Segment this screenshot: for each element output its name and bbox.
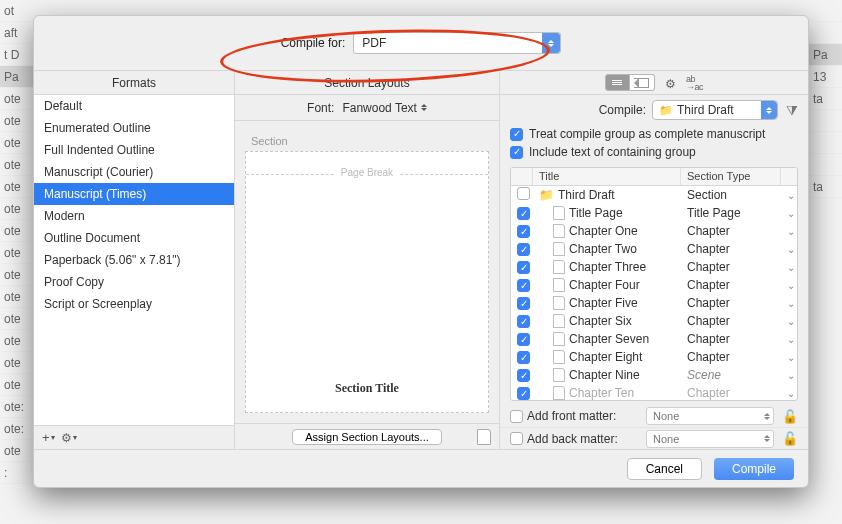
table-row[interactable]: Chapter FourChapter⌄ <box>511 276 797 294</box>
format-item[interactable]: Outline Document <box>34 227 234 249</box>
view-mode-segment <box>605 74 655 91</box>
chevron-down-icon[interactable]: ⌄ <box>787 388 795 399</box>
back-matter-checkbox[interactable] <box>510 432 523 445</box>
document-icon <box>553 332 565 346</box>
include-checkbox[interactable] <box>517 333 530 346</box>
col-type[interactable]: Section Type <box>681 168 781 185</box>
gear-icon <box>665 75 676 91</box>
settings-button[interactable] <box>665 75 676 91</box>
unlock-icon[interactable]: 🔓 <box>782 431 798 446</box>
section-layouts-column: Section Layouts Font: Fanwood Text Secti… <box>235 71 500 449</box>
row-type[interactable]: Chapter <box>681 260 781 274</box>
compile-target-row: Compile: 📁 Third Draft ⧩ <box>500 95 808 125</box>
row-title: Title Page <box>569 206 623 220</box>
row-type[interactable]: Chapter <box>681 278 781 292</box>
chevron-down-icon[interactable]: ⌄ <box>787 352 795 363</box>
table-body[interactable]: 📁Third DraftSection⌄Title PageTitle Page… <box>511 186 797 400</box>
page-options-icon[interactable] <box>477 429 491 445</box>
table-row[interactable]: Chapter EightChapter⌄ <box>511 348 797 366</box>
document-icon <box>553 368 565 382</box>
row-title: Chapter Five <box>569 296 638 310</box>
col-title[interactable]: Title <box>533 168 681 185</box>
formats-column: Formats DefaultEnumerated OutlineFull In… <box>34 71 235 449</box>
chevron-down-icon[interactable]: ⌄ <box>787 316 795 327</box>
front-matter-select[interactable]: None <box>646 407 774 425</box>
row-type[interactable]: Chapter <box>681 314 781 328</box>
compile-target-select[interactable]: 📁 Third Draft <box>652 100 778 120</box>
chevron-down-icon[interactable]: ⌄ <box>787 226 795 237</box>
format-item[interactable]: Manuscript (Times) <box>34 183 234 205</box>
include-checkbox[interactable] <box>517 315 530 328</box>
row-type[interactable]: Chapter <box>681 242 781 256</box>
cancel-button[interactable]: Cancel <box>627 458 702 480</box>
include-checkbox[interactable] <box>517 387 530 400</box>
row-type[interactable]: Title Page <box>681 206 781 220</box>
table-row[interactable]: Chapter OneChapter⌄ <box>511 222 797 240</box>
row-title: Chapter Ten <box>569 386 634 400</box>
view-list-button[interactable] <box>605 74 630 91</box>
compile-button[interactable]: Compile <box>714 458 794 480</box>
chevron-down-icon[interactable]: ⌄ <box>787 298 795 309</box>
document-icon <box>553 296 565 310</box>
columns: Formats DefaultEnumerated OutlineFull In… <box>34 70 808 449</box>
include-checkbox[interactable] <box>517 279 530 292</box>
include-text-checkbox[interactable] <box>510 146 523 159</box>
add-format-button[interactable]: +▾ <box>42 430 55 445</box>
table-row[interactable]: Chapter NineScene⌄ <box>511 366 797 384</box>
front-matter-checkbox[interactable] <box>510 410 523 423</box>
format-item[interactable]: Default <box>34 95 234 117</box>
format-item[interactable]: Script or Screenplay <box>34 293 234 315</box>
compile-for-select[interactable]: PDF <box>353 32 561 54</box>
gear-icon <box>61 430 72 445</box>
chevron-down-icon[interactable]: ⌄ <box>787 190 795 201</box>
filter-button[interactable]: ⧩ <box>786 102 798 119</box>
include-checkbox[interactable] <box>517 225 530 238</box>
format-item[interactable]: Proof Copy <box>34 271 234 293</box>
row-title: Chapter Seven <box>569 332 649 346</box>
table-row[interactable]: Chapter TenChapter⌄ <box>511 384 797 400</box>
row-title: Chapter Four <box>569 278 640 292</box>
chevron-down-icon[interactable]: ⌄ <box>787 370 795 381</box>
format-item[interactable]: Manuscript (Courier) <box>34 161 234 183</box>
chevron-down-icon[interactable]: ⌄ <box>787 334 795 345</box>
format-item[interactable]: Paperback (5.06" x 7.81") <box>34 249 234 271</box>
table-row[interactable]: Chapter ThreeChapter⌄ <box>511 258 797 276</box>
include-checkbox[interactable] <box>517 297 530 310</box>
page-preview[interactable]: Page Break Section Title <box>245 151 489 413</box>
include-checkbox[interactable] <box>517 207 530 220</box>
table-row[interactable]: Chapter TwoChapter⌄ <box>511 240 797 258</box>
format-item[interactable]: Enumerated Outline <box>34 117 234 139</box>
include-checkbox[interactable] <box>517 369 530 382</box>
include-checkbox[interactable] <box>517 351 530 364</box>
chevron-down-icon[interactable]: ⌄ <box>787 280 795 291</box>
row-type[interactable]: Chapter <box>681 332 781 346</box>
row-type[interactable]: Scene <box>681 368 781 382</box>
table-row[interactable]: Title PageTitle Page⌄ <box>511 204 797 222</box>
treat-group-checkbox[interactable] <box>510 128 523 141</box>
row-type[interactable]: Chapter <box>681 296 781 310</box>
format-options-button[interactable]: ▾ <box>61 430 77 445</box>
include-checkbox[interactable] <box>517 187 530 200</box>
table-row[interactable]: Chapter FiveChapter⌄ <box>511 294 797 312</box>
view-tags-button[interactable] <box>630 74 655 91</box>
assign-section-layouts-button[interactable]: Assign Section Layouts... <box>292 429 442 445</box>
replacements-button[interactable]: ab→ac <box>686 75 703 91</box>
formats-list[interactable]: DefaultEnumerated OutlineFull Indented O… <box>34 95 234 425</box>
row-type[interactable]: Chapter <box>681 224 781 238</box>
back-matter-select[interactable]: None <box>646 430 774 448</box>
format-item[interactable]: Modern <box>34 205 234 227</box>
font-select[interactable]: Fanwood Text <box>342 101 427 115</box>
include-checkbox[interactable] <box>517 243 530 256</box>
format-item[interactable]: Full Indented Outline <box>34 139 234 161</box>
include-checkbox[interactable] <box>517 261 530 274</box>
chevron-down-icon[interactable]: ⌄ <box>787 208 795 219</box>
chevron-down-icon[interactable]: ⌄ <box>787 262 795 273</box>
table-row[interactable]: Chapter SixChapter⌄ <box>511 312 797 330</box>
row-type[interactable]: Chapter <box>681 386 781 400</box>
chevron-down-icon[interactable]: ⌄ <box>787 244 795 255</box>
row-type[interactable]: Section <box>681 188 781 202</box>
table-row[interactable]: 📁Third DraftSection⌄ <box>511 186 797 204</box>
row-type[interactable]: Chapter <box>681 350 781 364</box>
unlock-icon[interactable]: 🔓 <box>782 409 798 424</box>
table-row[interactable]: Chapter SevenChapter⌄ <box>511 330 797 348</box>
